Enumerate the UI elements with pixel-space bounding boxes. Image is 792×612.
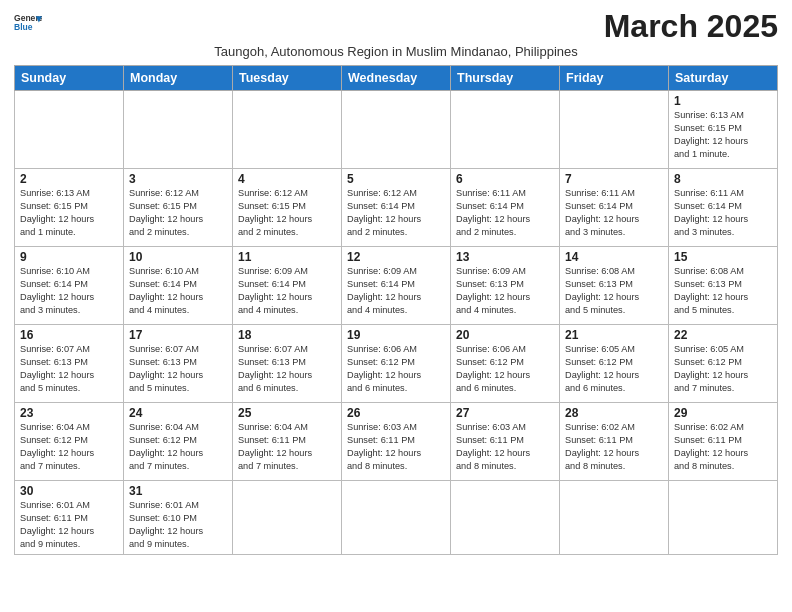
logo-area: General Blue [14,10,42,38]
day-25: 25 Sunrise: 6:04 AMSunset: 6:11 PMDaylig… [233,403,342,481]
day-15: 15 Sunrise: 6:08 AMSunset: 6:13 PMDaylig… [669,247,778,325]
day-20: 20 Sunrise: 6:06 AMSunset: 6:12 PMDaylig… [451,325,560,403]
header: General Blue March 2025 [14,10,778,42]
day-9: 9 Sunrise: 6:10 AMSunset: 6:14 PMDayligh… [15,247,124,325]
day-1-info: Sunrise: 6:13 AMSunset: 6:15 PMDaylight:… [674,110,748,159]
day-31: 31 Sunrise: 6:01 AMSunset: 6:10 PMDaylig… [124,481,233,555]
day-17: 17 Sunrise: 6:07 AMSunset: 6:13 PMDaylig… [124,325,233,403]
empty-cell [560,481,669,555]
day-16: 16 Sunrise: 6:07 AMSunset: 6:13 PMDaylig… [15,325,124,403]
empty-cell [669,481,778,555]
empty-cell [451,91,560,169]
day-12: 12 Sunrise: 6:09 AMSunset: 6:14 PMDaylig… [342,247,451,325]
weekday-header-row: Sunday Monday Tuesday Wednesday Thursday… [15,66,778,91]
day-14: 14 Sunrise: 6:08 AMSunset: 6:13 PMDaylig… [560,247,669,325]
day-28: 28 Sunrise: 6:02 AMSunset: 6:11 PMDaylig… [560,403,669,481]
empty-cell [451,481,560,555]
calendar-row-1: 1 Sunrise: 6:13 AMSunset: 6:15 PMDayligh… [15,91,778,169]
day-5: 5 Sunrise: 6:12 AMSunset: 6:14 PMDayligh… [342,169,451,247]
day-29: 29 Sunrise: 6:02 AMSunset: 6:11 PMDaylig… [669,403,778,481]
day-4: 4 Sunrise: 6:12 AMSunset: 6:15 PMDayligh… [233,169,342,247]
header-tuesday: Tuesday [233,66,342,91]
empty-cell [342,91,451,169]
day-26: 26 Sunrise: 6:03 AMSunset: 6:11 PMDaylig… [342,403,451,481]
calendar-row-4: 16 Sunrise: 6:07 AMSunset: 6:13 PMDaylig… [15,325,778,403]
header-monday: Monday [124,66,233,91]
empty-cell [233,481,342,555]
header-saturday: Saturday [669,66,778,91]
empty-cell [342,481,451,555]
svg-text:Blue: Blue [14,22,33,32]
day-21: 21 Sunrise: 6:05 AMSunset: 6:12 PMDaylig… [560,325,669,403]
day-27: 27 Sunrise: 6:03 AMSunset: 6:11 PMDaylig… [451,403,560,481]
month-title: March 2025 [604,10,778,42]
header-friday: Friday [560,66,669,91]
header-sunday: Sunday [15,66,124,91]
empty-cell [560,91,669,169]
day-2: 2 Sunrise: 6:13 AMSunset: 6:15 PMDayligh… [15,169,124,247]
empty-cell [15,91,124,169]
day-13: 13 Sunrise: 6:09 AMSunset: 6:13 PMDaylig… [451,247,560,325]
day-1: 1 Sunrise: 6:13 AMSunset: 6:15 PMDayligh… [669,91,778,169]
day-7: 7 Sunrise: 6:11 AMSunset: 6:14 PMDayligh… [560,169,669,247]
header-thursday: Thursday [451,66,560,91]
calendar-table: Sunday Monday Tuesday Wednesday Thursday… [14,65,778,555]
day-23: 23 Sunrise: 6:04 AMSunset: 6:12 PMDaylig… [15,403,124,481]
empty-cell [124,91,233,169]
header-wednesday: Wednesday [342,66,451,91]
calendar-subtitle: Taungoh, Autonomous Region in Muslim Min… [14,44,778,59]
generalblue-logo-icon: General Blue [14,10,42,38]
day-24: 24 Sunrise: 6:04 AMSunset: 6:12 PMDaylig… [124,403,233,481]
day-22: 22 Sunrise: 6:05 AMSunset: 6:12 PMDaylig… [669,325,778,403]
day-6: 6 Sunrise: 6:11 AMSunset: 6:14 PMDayligh… [451,169,560,247]
calendar-page: General Blue March 2025 Taungoh, Autonom… [0,0,792,612]
day-18: 18 Sunrise: 6:07 AMSunset: 6:13 PMDaylig… [233,325,342,403]
calendar-row-2: 2 Sunrise: 6:13 AMSunset: 6:15 PMDayligh… [15,169,778,247]
calendar-row-6: 30 Sunrise: 6:01 AMSunset: 6:11 PMDaylig… [15,481,778,555]
calendar-row-5: 23 Sunrise: 6:04 AMSunset: 6:12 PMDaylig… [15,403,778,481]
day-11: 11 Sunrise: 6:09 AMSunset: 6:14 PMDaylig… [233,247,342,325]
calendar-row-3: 9 Sunrise: 6:10 AMSunset: 6:14 PMDayligh… [15,247,778,325]
day-8: 8 Sunrise: 6:11 AMSunset: 6:14 PMDayligh… [669,169,778,247]
empty-cell [233,91,342,169]
day-30: 30 Sunrise: 6:01 AMSunset: 6:11 PMDaylig… [15,481,124,555]
day-3: 3 Sunrise: 6:12 AMSunset: 6:15 PMDayligh… [124,169,233,247]
day-10: 10 Sunrise: 6:10 AMSunset: 6:14 PMDaylig… [124,247,233,325]
day-19: 19 Sunrise: 6:06 AMSunset: 6:12 PMDaylig… [342,325,451,403]
